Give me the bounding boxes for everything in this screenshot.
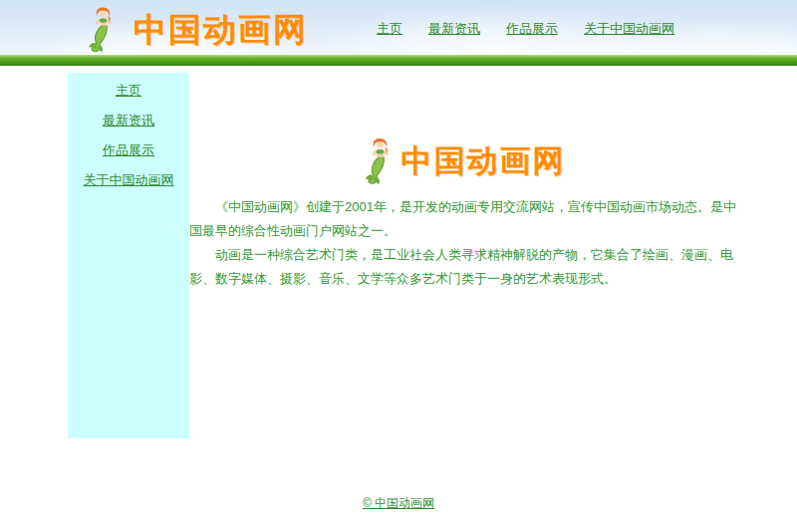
- sidebar-item-news[interactable]: 最新资讯: [68, 114, 189, 127]
- intro-paragraph: 《中国动画网》创建于2001年，是开发的动画专用交流网站，宣传中国动画市场动态。…: [189, 195, 737, 243]
- mermaid-mascot-icon: [364, 136, 396, 186]
- header: 中国动画网 主页 最新资讯 作品展示 关于中国动画网: [0, 0, 797, 55]
- footer-copyright-link[interactable]: © 中国动画网: [363, 496, 434, 510]
- intro-paragraph: 动画是一种综合艺术门类，是工业社会人类寻求精神解脱的产物，它集合了绘画、漫画、电…: [189, 243, 737, 291]
- top-nav: 主页 最新资讯 作品展示 关于中国动画网: [377, 20, 674, 38]
- header-logo[interactable]: 中国动画网: [80, 6, 308, 54]
- sidebar-item-about[interactable]: 关于中国动画网: [68, 173, 189, 186]
- sidebar: 主页 最新资讯 作品展示 关于中国动画网: [68, 73, 189, 438]
- nav-item-home[interactable]: 主页: [377, 20, 402, 38]
- content-site-title: 中国动画网: [401, 140, 566, 182]
- sidebar-item-works[interactable]: 作品展示: [68, 143, 189, 156]
- nav-item-about[interactable]: 关于中国动画网: [584, 20, 674, 38]
- footer: © 中国动画网: [0, 493, 797, 512]
- content-logo: 中国动画网: [189, 133, 739, 189]
- nav-item-works[interactable]: 作品展示: [506, 20, 558, 38]
- header-divider-bar: [0, 55, 797, 66]
- nav-item-news[interactable]: 最新资讯: [428, 20, 480, 38]
- site-title: 中国动画网: [133, 8, 308, 53]
- mermaid-mascot-icon: [80, 6, 126, 54]
- sidebar-item-home[interactable]: 主页: [68, 84, 189, 97]
- intro-text: 《中国动画网》创建于2001年，是开发的动画专用交流网站，宣传中国动画市场动态。…: [189, 195, 737, 291]
